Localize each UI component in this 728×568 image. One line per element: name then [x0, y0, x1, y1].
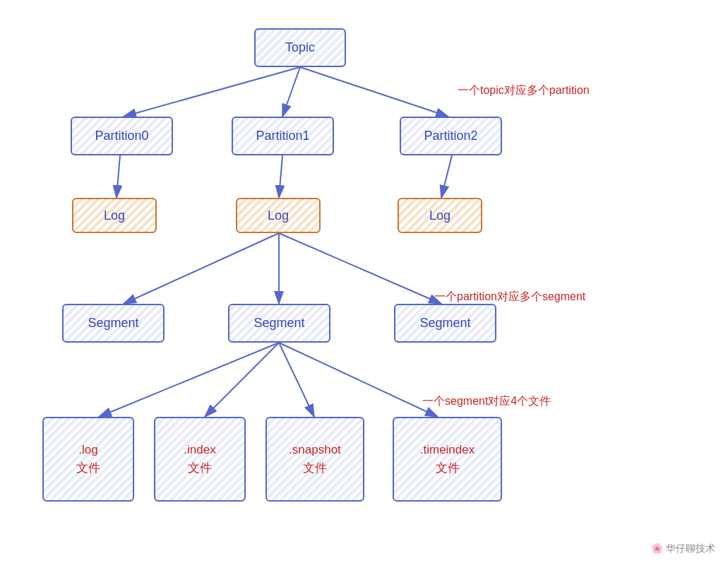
log0-node: Log [72, 198, 157, 233]
partition0-label: Partition0 [95, 129, 148, 143]
svg-line-2 [282, 67, 300, 117]
svg-line-3 [300, 67, 448, 117]
file-snapshot-label2: 文件 [303, 460, 327, 476]
svg-line-7 [124, 233, 279, 304]
partition2-node: Partition2 [400, 117, 502, 155]
svg-line-13 [279, 343, 438, 417]
file-index-label1: .index [184, 443, 215, 457]
log1-label: Log [268, 208, 289, 223]
file-log-label1: .log [78, 443, 97, 457]
segment0-label: Segment [88, 316, 138, 331]
svg-line-12 [279, 343, 314, 417]
file-timeindex-node: .timeindex 文件 [393, 417, 502, 502]
file-log-node: .log 文件 [42, 417, 134, 502]
svg-line-9 [279, 233, 441, 304]
segment2-node: Segment [394, 304, 496, 343]
segment0-node: Segment [62, 304, 165, 343]
watermark: 🌸 华仔聊技术 [651, 543, 715, 555]
annotation-topic-partition: 一个topic对应多个partition [458, 83, 590, 98]
svg-line-1 [124, 67, 300, 117]
topic-node: Topic [254, 28, 346, 67]
file-snapshot-label1: .snapshot [289, 443, 341, 457]
log2-label: Log [429, 208, 450, 223]
topic-label: Topic [285, 40, 315, 55]
partition0-node: Partition0 [71, 117, 173, 155]
file-index-label2: 文件 [188, 460, 212, 476]
segment2-label: Segment [419, 316, 470, 331]
annotation-partition-segment: 一个partition对应多个segment [434, 290, 585, 304]
partition1-node: Partition1 [232, 117, 334, 155]
annotation-segment-files: 一个segment对应4个文件 [422, 394, 551, 409]
log1-node: Log [236, 198, 321, 233]
file-index-node: .index 文件 [154, 417, 246, 502]
partition2-label: Partition2 [424, 129, 477, 143]
partition1-label: Partition1 [256, 129, 309, 143]
segment1-node: Segment [228, 304, 330, 343]
svg-line-6 [441, 155, 452, 198]
segment1-label: Segment [253, 316, 304, 331]
file-timeindex-label1: .timeindex [420, 443, 475, 457]
file-log-label2: 文件 [76, 460, 100, 476]
file-timeindex-label2: 文件 [436, 460, 460, 476]
svg-line-11 [205, 343, 279, 417]
svg-line-10 [99, 343, 279, 417]
diagram-container: Topic Partition0 Partition1 Partition2 L… [0, 0, 728, 568]
log2-node: Log [398, 198, 482, 233]
svg-line-4 [117, 155, 120, 198]
log0-label: Log [104, 208, 125, 223]
svg-line-5 [279, 155, 282, 198]
file-snapshot-node: .snapshot 文件 [265, 417, 364, 502]
